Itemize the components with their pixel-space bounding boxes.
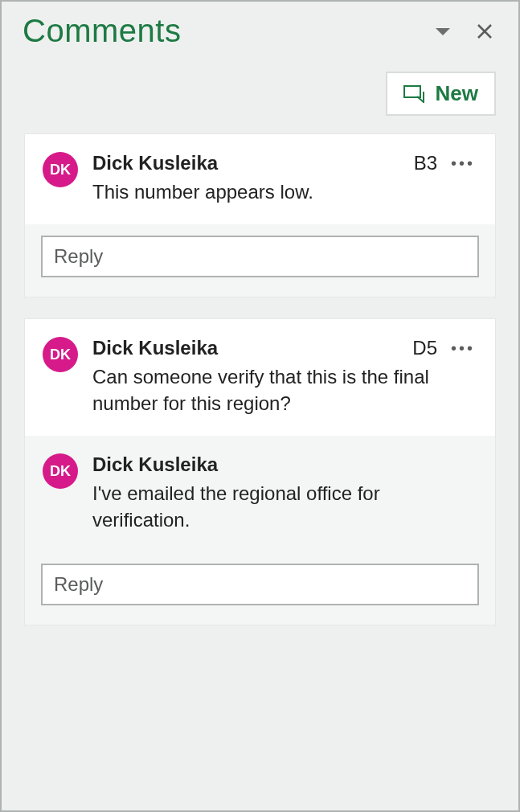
chevron-down-icon (436, 27, 450, 36)
cell-reference[interactable]: B3 (414, 152, 437, 174)
panel-header: Comments (2, 2, 518, 57)
comment-thread: DK Dick Kusleika D5 ••• Can someone veri… (24, 318, 496, 625)
comment-author: Dick Kusleika (92, 152, 403, 174)
new-comment-button[interactable]: New (386, 72, 496, 116)
new-comment-icon (403, 85, 424, 103)
comment-meta: Dick Kusleika (92, 453, 477, 476)
cell-reference[interactable]: D5 (412, 337, 437, 359)
comment-author: Dick Kusleika (92, 453, 477, 476)
svg-rect-3 (404, 86, 420, 97)
close-button[interactable] (469, 15, 501, 47)
new-comment-label: New (436, 81, 478, 106)
comment-body: Dick Kusleika I've emailed the regional … (92, 453, 477, 533)
comment-text: This number appears low. (92, 179, 477, 205)
svg-marker-0 (436, 28, 450, 35)
comment: DK Dick Kusleika B3 ••• This number appe… (25, 134, 495, 224)
comment: DK Dick Kusleika D5 ••• Can someone veri… (25, 319, 495, 436)
panel-options-button[interactable] (427, 15, 459, 47)
comment-reply: DK Dick Kusleika I've emailed the region… (25, 436, 495, 552)
panel-toolbar: New (2, 57, 518, 133)
reply-box (25, 224, 495, 297)
ellipsis-icon: ••• (451, 339, 475, 358)
threads-list: DK Dick Kusleika B3 ••• This number appe… (2, 133, 518, 625)
comment-meta: Dick Kusleika D5 ••• (92, 337, 477, 359)
comments-panel: Comments New DK (0, 0, 520, 812)
panel-title: Comments (23, 13, 417, 49)
comment-body: Dick Kusleika D5 ••• Can someone verify … (92, 337, 477, 416)
more-actions-button[interactable]: ••• (448, 338, 477, 358)
reply-box (25, 552, 495, 625)
comment-body: Dick Kusleika B3 ••• This number appears… (92, 152, 477, 205)
avatar: DK (43, 152, 78, 187)
comment-text: Can someone verify that this is the fina… (92, 364, 477, 416)
comment-text: I've emailed the regional office for ver… (92, 481, 477, 533)
ellipsis-icon: ••• (451, 154, 475, 173)
avatar: DK (43, 453, 78, 489)
more-actions-button[interactable]: ••• (448, 154, 477, 173)
close-icon (477, 23, 493, 39)
comment-meta: Dick Kusleika B3 ••• (92, 152, 477, 174)
reply-input[interactable] (41, 236, 479, 277)
avatar: DK (43, 337, 78, 372)
comment-author: Dick Kusleika (92, 337, 401, 359)
reply-input[interactable] (41, 564, 479, 605)
comment-thread: DK Dick Kusleika B3 ••• This number appe… (24, 133, 496, 297)
